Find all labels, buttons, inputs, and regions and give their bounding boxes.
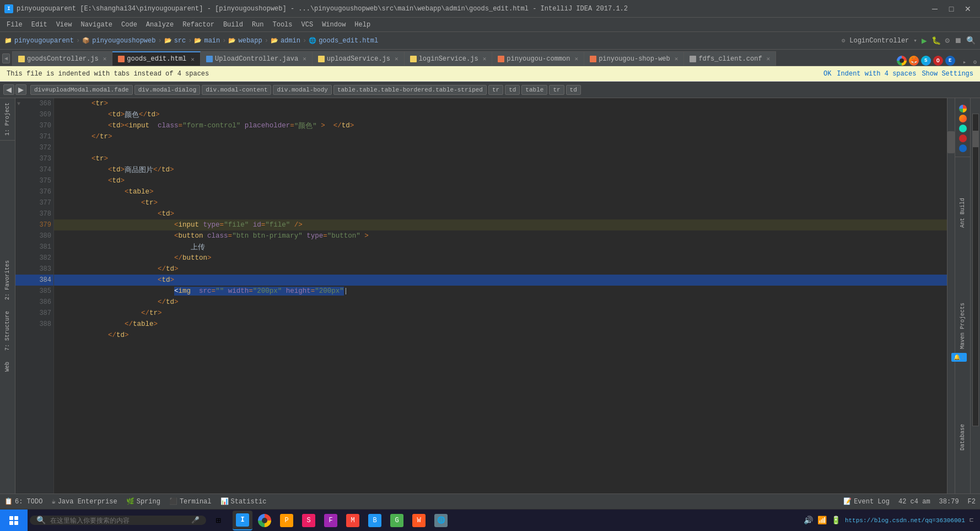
tray-url[interactable]: https://blog.csdn.net/qq=36306001 [845,517,965,524]
mini-scroll-thumb[interactable] [973,131,978,147]
sidebar-project[interactable]: 1: Project [0,98,15,141]
menu-tools[interactable]: Tools [268,20,297,30]
taskbar-app9[interactable]: W [409,511,429,530]
scrollbar[interactable] [947,98,955,494]
notification-btn[interactable]: 🔔 : [951,353,967,362]
taskbar-app8[interactable]: G [387,511,407,530]
status-java-enterprise[interactable]: ☕ Java Enterprise [51,497,117,506]
sidebar-structure[interactable]: 7: Structure [4,311,10,353]
tab-goodscontroller[interactable]: goodsController.js ✕ [13,51,112,66]
menu-edit[interactable]: Edit [27,20,52,30]
start-button[interactable] [0,509,28,532]
sidebar-favorites[interactable]: 2: Favorites [4,260,10,302]
sidebar-ant-build[interactable]: Ant Build [960,198,966,230]
tab-close-uploadservice[interactable]: ✕ [395,55,399,62]
search-everywhere-icon[interactable]: 🔍 [966,36,976,45]
status-statistic[interactable]: 📊 Statistic [220,497,267,506]
status-todo[interactable]: 📋 6: TODO [4,497,42,506]
tag-td1[interactable]: td [505,85,520,95]
menu-build[interactable]: Build [219,20,247,30]
tag-table[interactable]: table.table.table-bordered.table-striped [333,85,487,95]
right-opera-icon[interactable] [959,135,967,142]
indent-link[interactable]: Indent with 4 spaces [837,70,916,78]
stop-button[interactable]: ⏹ [954,36,962,45]
tab-close-loginservice[interactable]: ✕ [483,55,487,62]
nav-goods-edit[interactable]: goods_edit.html [319,37,378,45]
mini-scroll[interactable] [972,114,979,426]
tray-volume-icon[interactable]: 📶 [817,516,827,525]
tab-loginservice[interactable]: loginService.js ✕ [405,51,493,66]
tag-modal-body[interactable]: div.modal-body [273,85,331,95]
tab-close-common[interactable]: ✕ [575,55,579,62]
right-chrome-icon[interactable] [959,105,967,112]
nav-src[interactable]: src [174,37,186,45]
tab-close-uploadcontroller[interactable]: ✕ [303,55,306,62]
fold-368[interactable]: ▼ [15,101,22,107]
nav-main[interactable]: main [204,37,220,45]
more-tabs-icon[interactable]: ▸ [960,58,970,66]
tag-tr1[interactable]: tr [488,85,503,95]
menu-window[interactable]: Window [317,20,350,30]
scroll-tabs-left[interactable]: ◀ [2,53,10,63]
tab-uploadcontroller[interactable]: UploadController.java ✕ [201,51,313,66]
tag-uploadmodal[interactable]: div#uploadModal.modal.fade [30,85,133,95]
safari-icon[interactable]: S [921,56,931,66]
tab-pinyougou-common[interactable]: pinyougou-common ✕ [492,51,584,66]
tag-tr2[interactable]: tr [549,85,564,95]
show-desktop-btn[interactable]: ⊏ [970,516,973,524]
tags-back-btn[interactable]: ◀ [3,84,14,95]
taskbar-app4[interactable]: S [299,511,319,530]
tag-td2[interactable]: td [566,85,581,95]
menu-run[interactable]: Run [247,20,268,30]
tag-modal-content[interactable]: div.modal-content [202,85,271,95]
tag-table2[interactable]: table [521,85,547,95]
sidebar-web[interactable]: Web [4,362,10,374]
tab-uploadservice[interactable]: uploadService.js ✕ [313,51,405,66]
tab-close-shop-web[interactable]: ✕ [675,55,679,62]
code-editor[interactable]: <tr> <td>颜色</td> <td><input class="form-… [54,98,947,494]
nav-admin[interactable]: admin [281,37,300,45]
menu-file[interactable]: File [2,20,27,30]
tab-close-goods-edit[interactable]: ✕ [191,56,195,63]
right-edge-icon[interactable] [959,144,967,152]
nav-pinyougoushopweb[interactable]: pinyougoushopweb [92,37,155,45]
menu-help[interactable]: Help [350,20,375,30]
taskbar-app10[interactable]: 🌐 [431,511,451,530]
menu-refactor[interactable]: Refactor [178,20,219,30]
tab-pinyougou-shop-web[interactable]: pinyougou-shop-web ✕ [584,51,684,66]
right-firefox-icon[interactable] [959,115,967,122]
menu-navigate[interactable]: Navigate [76,20,117,30]
tag-modal-dialog[interactable]: div.modal-dialog [134,85,201,95]
run-button[interactable]: ▶ [922,35,927,46]
sidebar-database[interactable]: Database [960,424,966,453]
tab-close-goodscontroller[interactable]: ✕ [103,55,107,62]
tab-close-fdfs[interactable]: ✕ [767,55,771,62]
menu-analyze[interactable]: Analyze [142,20,178,30]
taskbar-app6[interactable]: M [343,511,363,530]
status-event-log[interactable]: 📝 Event Log [843,497,890,506]
ok-link[interactable]: OK [823,70,831,78]
title-bar-controls[interactable]: ─ □ ✕ [927,1,976,17]
nav-pinyougouparent[interactable]: pinyougouparent [14,37,74,45]
show-settings-link[interactable]: Show Settings [922,70,973,78]
maximize-button[interactable]: □ [944,1,959,17]
sidebar-maven[interactable]: Maven Projects [960,303,966,351]
taskbar-app3[interactable]: P [277,511,297,530]
taskbar-chrome-app[interactable] [255,511,274,530]
right-safari-icon[interactable] [959,125,967,132]
tags-forward-btn[interactable]: ▶ [15,84,26,95]
tray-network-icon[interactable]: 🔊 [804,516,813,525]
build-button[interactable]: ⚙ [945,36,950,45]
nav-webapp[interactable]: webapp [238,37,262,45]
edge-icon[interactable]: E [945,56,955,66]
task-view-button[interactable]: ⊞ [208,511,228,530]
chrome-icon[interactable] [897,56,907,66]
login-controller-label[interactable]: LoginController [849,37,909,45]
taskbar-search-input[interactable] [50,517,187,524]
dropdown-icon[interactable]: ▾ [913,37,917,44]
taskbar-intellij-app[interactable]: I [233,511,252,530]
close-button[interactable]: ✕ [960,1,976,17]
scroll-thumb[interactable] [947,131,955,153]
menu-vcs[interactable]: VCS [297,20,318,30]
taskbar-search-box[interactable]: 🔍 🎤 [30,516,206,525]
